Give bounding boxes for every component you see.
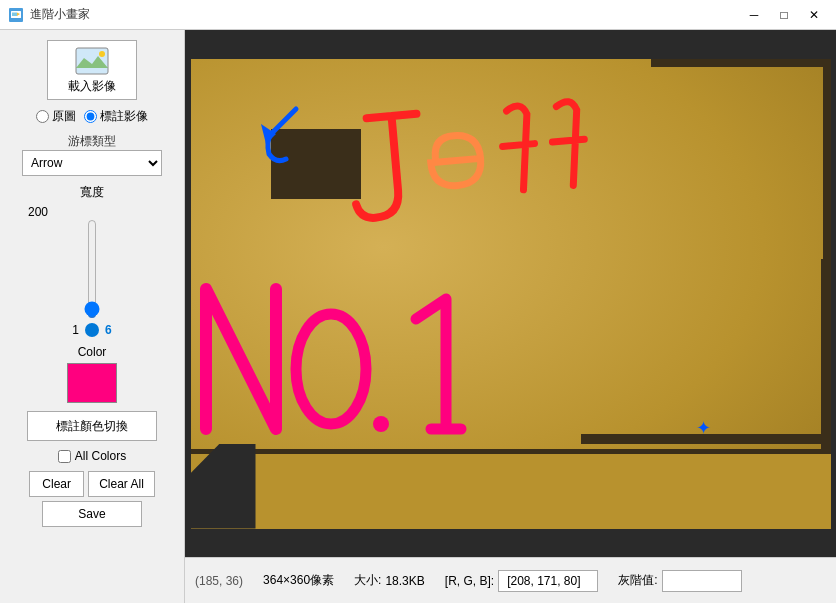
app-icon: [8, 7, 24, 23]
size-value: 18.3KB: [385, 574, 424, 588]
clear-button[interactable]: Clear: [29, 471, 84, 497]
cursor-type-select[interactable]: Arrow Cross Hand: [22, 150, 162, 176]
coordinates-value: (185, 36): [195, 574, 243, 588]
all-colors-label: All Colors: [75, 449, 126, 463]
status-bar: (185, 36) 364×360像素 大小: 18.3KB [R, G, B]…: [185, 557, 836, 603]
radio-annotated-label[interactable]: 標註影像: [84, 108, 148, 125]
dimensions-item: 364×360像素: [263, 572, 334, 589]
pcb-inner-rect: [271, 129, 361, 199]
minimize-button[interactable]: ─: [740, 4, 768, 26]
svg-point-6: [99, 51, 105, 57]
coordinates-item: (185, 36): [195, 574, 243, 588]
size-label: 大小:: [354, 572, 381, 589]
bottom-buttons: Clear Clear All Save: [8, 471, 176, 527]
pcb-right-vertical: [821, 259, 831, 459]
cursor-type-label: 游標類型: [8, 133, 176, 150]
color-section: Color: [67, 345, 117, 403]
slider-bottom-row: 1 6: [72, 323, 111, 337]
all-colors-checkbox[interactable]: [58, 450, 71, 463]
gray-value-box: [662, 570, 742, 592]
slider-max-value: 200: [28, 205, 48, 219]
close-button[interactable]: ✕: [800, 4, 828, 26]
app-title: 進階小畫家: [30, 6, 90, 23]
slider-indicator: [85, 323, 99, 337]
save-button[interactable]: Save: [42, 501, 142, 527]
main-content: 載入影像 原圖 標註影像 游標類型 Arrow Cross Hand 寬度: [0, 30, 836, 603]
clear-all-button[interactable]: Clear All: [88, 471, 155, 497]
rgb-value-box: [208, 171, 80]: [498, 570, 598, 592]
width-slider[interactable]: [78, 219, 106, 319]
maximize-button[interactable]: □: [770, 4, 798, 26]
window-controls: ─ □ ✕: [740, 4, 828, 26]
pcb-trace-top-right: [651, 59, 831, 259]
title-bar: 進階小畫家 ─ □ ✕: [0, 0, 836, 30]
view-mode-group: 原圖 標註影像: [8, 108, 176, 125]
pcb-image: ✦: [191, 59, 831, 529]
slider-container: 200 1 6: [8, 205, 176, 337]
clear-buttons-row: Clear Clear All: [29, 471, 155, 497]
width-section: 寬度 200 1 6: [8, 184, 176, 337]
size-item: 大小: 18.3KB: [354, 572, 425, 589]
rgb-item: [R, G, B]: [208, 171, 80]: [445, 570, 598, 592]
color-label: Color: [78, 345, 107, 359]
gray-item: 灰階值:: [618, 570, 741, 592]
pcb-bottom-right-corner: [581, 434, 831, 444]
color-switch-button[interactable]: 標註顏色切換: [27, 411, 157, 441]
radio-annotated[interactable]: [84, 110, 97, 123]
svg-rect-2: [12, 12, 17, 16]
slider-min-value: 1: [72, 323, 79, 337]
image-area: ✦ (185, 36) 364×360像素 大小: 18.3KB [R, G, …: [185, 30, 836, 603]
image-icon: [74, 46, 110, 76]
radio-original[interactable]: [36, 110, 49, 123]
rgb-value: [208, 171, 80]: [507, 574, 580, 588]
load-image-label: 載入影像: [68, 78, 116, 95]
dimensions-value: 364×360像素: [263, 572, 334, 589]
color-swatch[interactable]: [67, 363, 117, 403]
width-label: 寬度: [80, 184, 104, 201]
pcb-bottom-strip: [191, 449, 831, 529]
load-image-button[interactable]: 載入影像: [47, 40, 137, 100]
sidebar: 載入影像 原圖 標註影像 游標類型 Arrow Cross Hand 寬度: [0, 30, 185, 603]
all-colors-row: All Colors: [58, 449, 126, 463]
gray-label: 灰階值:: [618, 572, 657, 589]
image-canvas[interactable]: ✦: [185, 30, 836, 557]
radio-original-label[interactable]: 原圖: [36, 108, 76, 125]
slider-current-value: 6: [105, 323, 112, 337]
rgb-label: [R, G, B]:: [445, 574, 494, 588]
cursor-type-section: 游標類型 Arrow Cross Hand: [8, 133, 176, 176]
